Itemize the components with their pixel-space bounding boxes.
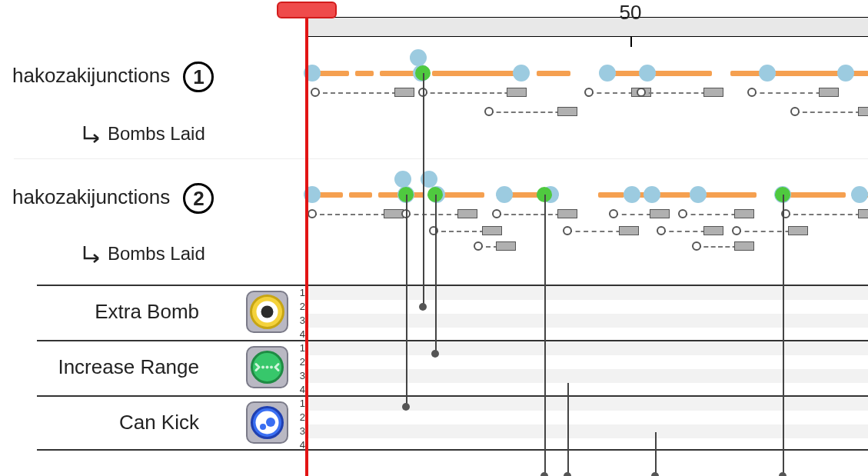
playhead-handle[interactable]	[277, 2, 337, 18]
bomb-explode-icon	[703, 226, 723, 235]
bomb-start-icon	[609, 209, 618, 218]
lane-number: 1	[294, 398, 305, 409]
bomb-start-icon	[563, 226, 572, 235]
powerup-icon-wrap	[246, 401, 288, 444]
bomb-explode-icon	[858, 209, 868, 218]
connector-end-dot	[779, 472, 787, 476]
agent-row-2: hakozakijunctions 2	[12, 183, 214, 214]
extra-bomb-icon	[246, 291, 288, 333]
connector-end-dot	[419, 303, 427, 311]
event-dot	[759, 65, 776, 82]
move-segment	[730, 71, 763, 76]
bomb-explode-icon	[496, 241, 516, 251]
event-dot	[394, 171, 411, 188]
powerup-icon-wrap	[246, 346, 288, 388]
bomb-explode-icon	[858, 107, 868, 116]
move-segment	[703, 192, 757, 198]
bomb-duration	[423, 92, 517, 94]
event-dot	[851, 186, 868, 203]
event-dot	[304, 186, 321, 203]
bomb-start-icon	[747, 88, 757, 97]
agent-row-1: hakozakijunctions 1	[12, 62, 214, 92]
agent-sublabel-1: Bombs Laid	[80, 123, 205, 146]
connector-end-dot	[402, 403, 410, 411]
move-segment	[355, 71, 374, 76]
event-dot	[624, 186, 640, 203]
event-dot	[304, 65, 321, 82]
event-dot	[644, 186, 660, 203]
connector-end-dot	[540, 472, 548, 476]
powerup-label: Extra Bomb	[7, 300, 199, 324]
connector-line	[435, 195, 437, 354]
svg-point-13	[260, 424, 266, 430]
event-dot	[837, 65, 854, 82]
svg-point-6	[261, 366, 264, 369]
event-dot	[599, 65, 616, 82]
bomb-duration	[312, 214, 394, 215]
bomb-start-icon	[678, 209, 687, 218]
increase-range-icon	[246, 346, 288, 388]
bomb-start-icon	[692, 241, 701, 251]
bomb-explode-icon	[734, 209, 754, 218]
svg-point-3	[261, 306, 274, 318]
bomb-explode-icon	[482, 226, 502, 235]
bomb-start-icon	[637, 88, 646, 97]
move-segment	[598, 192, 624, 198]
connector-line	[783, 195, 784, 476]
sublabel-text: Bombs Laid	[108, 243, 205, 264]
timeline-viewer: { "ruler": { "tick_label": "50", "tick_x…	[0, 0, 868, 476]
lane-number: 2	[294, 411, 305, 423]
bomb-duration	[795, 112, 868, 113]
lane-number: 1	[294, 342, 305, 354]
event-dot	[410, 49, 427, 66]
ruler-tick-label: 50	[620, 1, 642, 25]
move-segment	[349, 192, 372, 198]
powerup-label: Can Kick	[7, 411, 199, 434]
connector-line	[423, 73, 424, 307]
ruler-tick	[630, 36, 632, 47]
can-kick-icon	[246, 401, 288, 444]
lane-number: 2	[294, 356, 305, 368]
sublabel-text: Bombs Laid	[108, 123, 205, 144]
connector-line	[544, 195, 546, 476]
powerup-icon-wrap	[246, 291, 288, 333]
bomb-explode-icon	[557, 209, 577, 218]
connector-end-dot	[651, 472, 659, 476]
bomb-explode-icon	[650, 209, 670, 218]
bomb-start-icon	[492, 209, 501, 218]
bomb-explode-icon	[394, 88, 414, 97]
bomb-start-icon	[429, 226, 438, 235]
bomb-start-icon	[584, 88, 594, 97]
child-arrow-icon	[80, 125, 106, 146]
event-dot	[690, 186, 707, 203]
bomb-start-icon	[308, 209, 317, 218]
child-arrow-icon	[80, 245, 106, 266]
timeline-ruler[interactable]: 50	[306, 17, 868, 37]
connector-end-dot	[564, 472, 571, 476]
agent-sublabel-2: Bombs Laid	[80, 243, 205, 266]
agent-number-badge: 1	[183, 62, 214, 92]
lane-number: 4	[294, 384, 305, 395]
bomb-duration	[315, 92, 404, 94]
bomb-start-icon	[732, 226, 741, 235]
event-dot	[513, 65, 530, 82]
connector-line	[406, 195, 407, 407]
svg-point-12	[266, 418, 275, 427]
bomb-duration	[489, 112, 567, 113]
bomb-duration	[752, 92, 829, 94]
lane-number: 3	[294, 425, 305, 437]
move-segment	[767, 71, 844, 76]
svg-point-7	[266, 366, 269, 369]
bomb-explode-icon	[819, 88, 839, 97]
bomb-explode-icon	[619, 226, 639, 235]
bomb-start-icon	[657, 226, 666, 235]
bomb-explode-icon	[703, 88, 723, 97]
bomb-explode-icon	[507, 88, 527, 97]
connector-line	[567, 383, 569, 476]
event-dot	[639, 65, 656, 82]
lane-number: 1	[294, 287, 305, 298]
agent-name: hakozakijunctions	[12, 64, 170, 87]
agent-name: hakozakijunctions	[12, 185, 170, 208]
agent-separator	[14, 158, 868, 159]
event-dot	[496, 186, 513, 203]
